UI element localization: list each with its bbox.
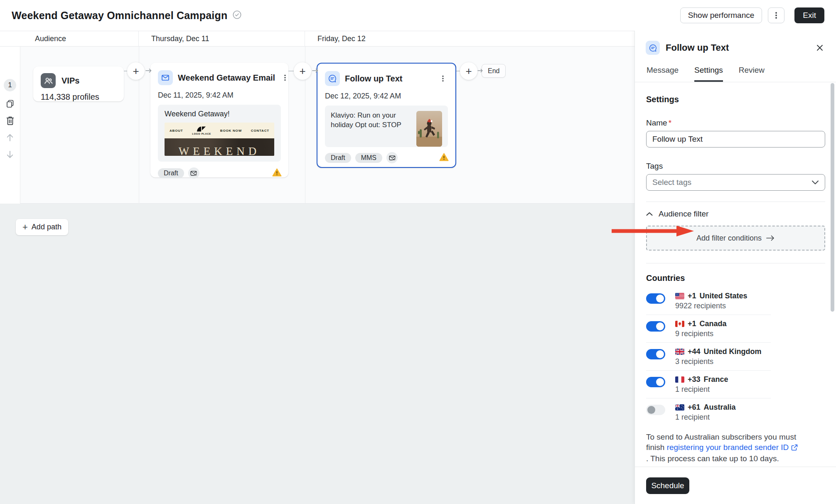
duplicate-path-icon[interactable] <box>5 98 15 108</box>
verified-check-icon <box>232 10 242 21</box>
toggle-france[interactable] <box>646 377 665 387</box>
move-path-down-icon[interactable] <box>5 150 15 160</box>
arrow-right-icon <box>766 235 775 241</box>
tags-placeholder: Select tags <box>652 178 691 187</box>
kebab-icon <box>439 75 447 82</box>
add-step-button[interactable]: + <box>294 62 311 80</box>
toggle-united-states[interactable] <box>646 293 665 304</box>
tab-review[interactable]: Review <box>739 66 765 82</box>
sms-card-title: Follow up Text <box>345 74 433 84</box>
delete-path-icon[interactable] <box>5 116 15 125</box>
recipient-count: 9 recipients <box>675 329 727 338</box>
email-send-datetime: Dec 11, 2025, 9:42 AM <box>150 85 288 100</box>
name-input[interactable] <box>646 131 825 148</box>
add-step-button[interactable]: + <box>127 62 145 80</box>
end-node: End <box>482 64 506 78</box>
path-count-badge: 1 <box>4 79 16 91</box>
email-warning-icon <box>272 168 282 178</box>
france-flag-icon <box>675 376 684 383</box>
audience-people-icon <box>41 73 56 88</box>
page-title: Weekend Getaway Omnichannel Campaign <box>12 10 227 22</box>
panel-scrollbar[interactable] <box>831 83 834 312</box>
mock-nav-book-now: BOOK NOW <box>220 129 242 133</box>
tags-select[interactable]: Select tags <box>646 174 825 191</box>
email-preview: Weekend Getaway! ABOUT LOGO PLACE BOOK N… <box>158 105 281 162</box>
audience-filter-header[interactable]: Audience filter <box>646 209 825 219</box>
sms-message-card-selected[interactable]: Follow up Text Dec 12, 2025, 9:42 AM Kla… <box>317 63 456 168</box>
kebab-icon <box>772 11 780 20</box>
add-filter-conditions-button[interactable]: Add filter conditions <box>646 226 825 251</box>
more-options-button[interactable] <box>768 7 784 23</box>
email-template-thumbnail: ABOUT LOGO PLACE BOOK NOW CONTACT WEEKEN… <box>165 123 274 156</box>
close-panel-button[interactable] <box>814 42 825 53</box>
external-link-icon <box>791 443 798 453</box>
toggle-united-kingdom[interactable] <box>646 349 665 359</box>
column-header-thursday: Thursday, Dec 11 <box>139 31 305 46</box>
timeline-column-headers: Audience Thursday, Dec 11 Friday, Dec 12 <box>0 31 634 47</box>
email-hero-text: WEEKEND <box>179 146 260 156</box>
panel-title: Follow up Text <box>666 42 809 53</box>
recipient-count: 1 recipient <box>675 413 736 422</box>
chat-bubble-icon <box>646 41 660 55</box>
uk-flag-icon <box>675 349 684 355</box>
add-step-button[interactable]: + <box>460 62 477 80</box>
name-label: Name* <box>646 118 825 128</box>
tags-label: Tags <box>646 162 825 171</box>
toggle-canada[interactable] <box>646 321 665 332</box>
panel-header: Follow up Text <box>635 31 836 55</box>
show-performance-button[interactable]: Show performance <box>680 7 762 23</box>
mms-image-thumbnail <box>416 111 442 147</box>
chevron-up-icon <box>646 212 653 216</box>
divider <box>646 263 825 263</box>
email-icon <box>158 70 173 85</box>
add-path-label: Add path <box>32 223 61 231</box>
sms-type-badge: MMS <box>355 153 382 163</box>
flow-arrow-icon <box>145 68 152 75</box>
panel-body: Settings Name* Tags Select tags Audience… <box>635 83 836 467</box>
countries-heading: Countries <box>646 273 825 283</box>
chevron-down-icon <box>811 180 819 185</box>
branded-sender-link[interactable]: registering your branded sender ID <box>667 443 789 452</box>
column-header-friday: Friday, Dec 12 <box>305 31 634 46</box>
exit-button[interactable]: Exit <box>794 7 824 23</box>
sms-warning-icon <box>439 153 449 163</box>
country-row-canada: +1 Canada 9 recipients <box>646 315 771 343</box>
add-path-button[interactable]: + Add path <box>16 219 68 235</box>
panel-footer: Schedule <box>635 467 836 504</box>
email-message-card[interactable]: Weekend Getaway Email Dec 11, 2025, 9:42… <box>150 63 288 177</box>
recipient-count: 3 recipients <box>675 357 762 366</box>
sms-message-text: Klaviyo: Run on your holiday Opt out: ST… <box>331 111 412 142</box>
sms-card-menu-button[interactable] <box>438 74 448 84</box>
audience-card-title: VIPs <box>61 76 116 86</box>
tab-message[interactable]: Message <box>647 66 679 82</box>
australia-sender-note: To send to Australian subscribers you mu… <box>646 432 799 464</box>
tab-settings[interactable]: Settings <box>694 66 723 82</box>
column-header-audience: Audience <box>0 31 139 46</box>
canada-flag-icon <box>675 321 684 327</box>
move-path-up-icon[interactable] <box>5 133 15 143</box>
audience-card-vips[interactable]: VIPs 114,338 profiles <box>33 66 124 101</box>
sms-status-badge: Draft <box>325 153 351 163</box>
campaign-canvas: 1 VIPs 114,338 <box>0 47 634 504</box>
sms-send-datetime: Dec 12, 2025, 9:42 AM <box>317 86 455 101</box>
flow-arrow-icon <box>477 68 483 75</box>
email-card-title: Weekend Getaway Email <box>178 73 275 83</box>
email-status-badge: Draft <box>158 168 184 178</box>
email-card-menu-button[interactable] <box>280 73 290 83</box>
mock-nav-contact: CONTACT <box>251 129 269 133</box>
message-settings-panel: Follow up Text Message Settings Review S… <box>634 31 836 504</box>
mock-logo: LOGO PLACE <box>192 126 211 135</box>
email-subject: Weekend Getaway! <box>158 105 281 123</box>
sms-delivery-icon <box>386 152 398 163</box>
schedule-button[interactable]: Schedule <box>646 477 689 494</box>
topbar-actions: Show performance Exit <box>680 7 824 23</box>
audience-profile-count: 114,338 profiles <box>33 88 124 102</box>
path-toolbar: 1 <box>0 47 20 204</box>
toggle-australia[interactable] <box>646 405 665 415</box>
top-bar: Weekend Getaway Omnichannel Campaign Sho… <box>0 0 836 31</box>
divider <box>646 202 825 202</box>
mock-nav-about: ABOUT <box>170 129 183 133</box>
recipient-count: 1 recipient <box>675 385 728 394</box>
plus-icon: + <box>22 223 28 232</box>
close-icon <box>816 44 824 52</box>
